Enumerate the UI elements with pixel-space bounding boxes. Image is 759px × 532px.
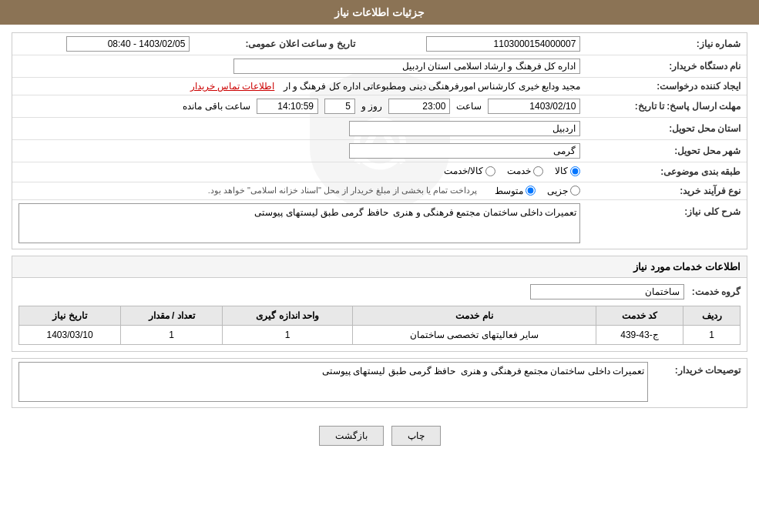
baqi-mande-label: ساعت باقی مانده [183, 101, 250, 112]
mohlat-baqi-input [257, 99, 318, 114]
col-tarikh-niaz: تاریخ نیاز [19, 306, 121, 325]
col-nam-khadamat: نام خدمت [353, 306, 596, 325]
shahr-value [12, 140, 586, 162]
cell-kod-khadamat: ج-43-439 [596, 325, 683, 344]
page-header: جزئیات اطلاعات نیاز [0, 0, 759, 25]
col-kod-khadamat: کد خدمت [596, 306, 683, 325]
tabaqe-value: کالا خدمت کالا/خدمت [12, 162, 586, 182]
shahr-label: شهر محل تحویل: [586, 140, 747, 162]
group-khadamat-input [530, 284, 684, 299]
mohlat-rooz-input [324, 99, 355, 114]
col-tedad: تعداد / مقدار [121, 306, 223, 325]
tabaqe-kala-option[interactable]: کالا [555, 166, 580, 176]
nam-dastgah-value [12, 55, 586, 78]
mohlat-saat-input [388, 99, 450, 114]
header-title: جزئیات اطلاعات نیاز [334, 6, 425, 18]
mohlat-label: مهلت ارسال پاسخ: تا تاریخ: [586, 95, 747, 118]
cell-vahed: 1 [223, 325, 353, 344]
services-section-title: اطلاعات خدمات مورد نیاز [12, 256, 747, 278]
saat-label: ساعت [456, 101, 482, 112]
group-khadamat-label: گروه خدمت: [692, 286, 741, 297]
tabaqe-khadamat-option[interactable]: خدمت [507, 166, 543, 176]
tamas-kharidar-link[interactable]: اطلاعات تماس خریدار [190, 81, 275, 92]
cell-nam-khadamat: سایر فعالیتهای تخصصی ساختمان [353, 325, 596, 344]
tose-kharidaar-textarea: تعمیرات داخلی ساختمان مجتمع فرهنگی و هنر… [18, 362, 648, 402]
back-button[interactable]: بازگشت [319, 426, 384, 446]
cell-tarikh-niaz: 1403/03/10 [19, 325, 121, 344]
col-radif: ردیف [683, 306, 741, 325]
farayand-motavasset-option[interactable]: متوسط [495, 186, 536, 196]
ostan-label: استان محل تحویل: [586, 118, 747, 140]
mohlat-tarikh-input [488, 99, 580, 114]
tabaqe-kala-khadamat-option[interactable]: کالا/خدمت [444, 166, 495, 176]
shahr-input [349, 143, 580, 159]
tose-kharidaar-value: تعمیرات داخلی ساختمان مجتمع فرهنگی و هنر… [12, 359, 654, 407]
shomare-niaz-label: شماره نیاز: [586, 33, 747, 55]
rooz-label: روز و [361, 101, 382, 112]
sharh-label: شرح کلی نیاز: [586, 199, 747, 249]
ostan-input [349, 121, 580, 136]
sharh-textarea: تعمیرات داخلی ساختمان مجتمع فرهنگی و هنر… [18, 203, 580, 243]
noe-farayand-value: جزیی متوسط پرداخت تمام یا بخشی از مبلغ خ… [12, 182, 586, 199]
nam-dastgah-label: نام دستگاه خریدار: [586, 55, 747, 78]
sharh-value: تعمیرات داخلی ساختمان مجتمع فرهنگی و هنر… [12, 199, 586, 249]
farayand-note: پرداخت تمام یا بخشی از مبلغ خریدار از مح… [208, 186, 478, 196]
shomare-niaz-value [361, 33, 587, 55]
nam-dastgah-input [233, 59, 580, 74]
tarikh-aelan-value [12, 33, 196, 55]
table-row: 1 ج-43-439 سایر فعالیتهای تخصصی ساختمان … [19, 325, 741, 344]
button-row: چاپ بازگشت [12, 414, 747, 457]
col-vahed: واحد اندازه گیری [223, 306, 353, 325]
noe-farayand-label: نوع فرآیند خرید: [586, 182, 747, 199]
print-button[interactable]: چاپ [391, 426, 441, 446]
farayand-jozii-option[interactable]: جزیی [547, 186, 580, 196]
ijad-konande-label: ایجاد کننده درخواست: [586, 78, 747, 95]
cell-tedad: 1 [121, 325, 223, 344]
cell-radif: 1 [683, 325, 741, 344]
mohlat-value: ساعت روز و ساعت باقی مانده [12, 95, 586, 118]
tose-kharidaar-label: توصیحات خریدار: [654, 359, 747, 407]
tarikh-aelan-input [66, 36, 190, 52]
tarikh-aelan-label: تاریخ و ساعت اعلان عمومی: [196, 33, 361, 55]
ijad-konande-value: مجید ودایع خیری کارشناس امورفرهنگی دینی … [12, 78, 586, 95]
shomare-niaz-input [426, 36, 580, 52]
tabaqe-label: طبقه بندی موضوعی: [586, 162, 747, 182]
ostan-value [12, 118, 586, 140]
